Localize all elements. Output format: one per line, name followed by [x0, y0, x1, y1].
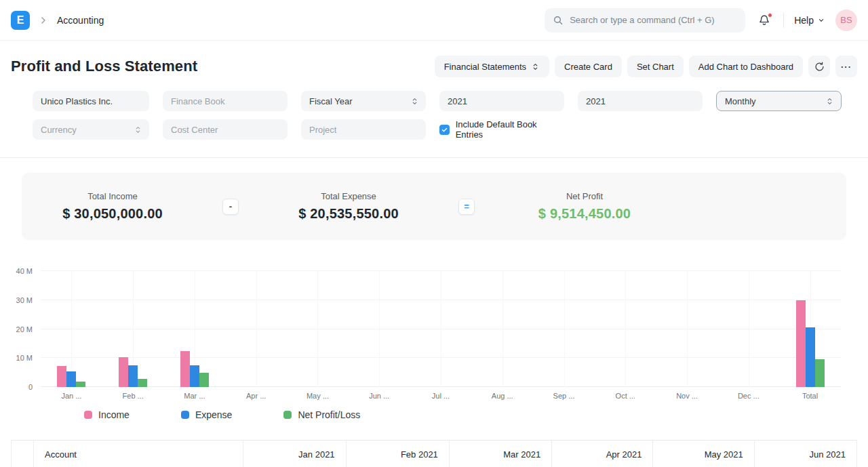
include-default-book-entries-checkbox[interactable]: Include Default Book Entries — [439, 119, 564, 140]
company-filter-input[interactable] — [33, 91, 149, 111]
breadcrumb-accounting[interactable]: Accounting — [57, 15, 104, 26]
bar-group-may — [287, 271, 349, 387]
bar-expense-jan[interactable] — [66, 371, 76, 388]
chart-plot-area: 010 M20 M30 M40 M — [41, 271, 841, 387]
search-input[interactable] — [570, 15, 737, 25]
cost-center-filter-input[interactable] — [163, 119, 288, 140]
bar-net-profit-loss-feb[interactable] — [138, 379, 147, 387]
chevron-right-icon — [38, 15, 49, 26]
x-axis-label: Aug ... — [471, 392, 533, 400]
to-fiscal-year-input[interactable] — [578, 91, 703, 111]
bar-income-total[interactable] — [796, 300, 806, 387]
x-axis-label: Sep ... — [533, 392, 595, 400]
project-filter-input[interactable] — [301, 119, 426, 140]
help-menu[interactable]: Help — [794, 15, 825, 26]
legend-dot — [283, 411, 292, 419]
refresh-icon — [814, 62, 825, 72]
refresh-button[interactable] — [808, 56, 830, 77]
bar-income-feb[interactable] — [119, 357, 128, 387]
legend-item-expense: Expense — [181, 409, 232, 420]
bar-group-jun — [349, 271, 410, 387]
net-profit-value: $ 9,514,450.00 — [494, 206, 675, 222]
bar-income-mar[interactable] — [180, 351, 190, 387]
bar-group-total — [779, 271, 841, 387]
column-header-mar-2021[interactable]: Mar 2021 — [450, 441, 552, 467]
add-chart-to-dashboard-button[interactable]: Add Chart to Dashboard — [689, 56, 803, 77]
avatar[interactable]: BS — [835, 9, 857, 31]
bar-income-jan[interactable] — [57, 366, 66, 387]
ellipsis-icon: ··· — [841, 62, 852, 72]
bar-group-dec — [717, 271, 779, 387]
bar-net-profit-loss-total[interactable] — [815, 359, 825, 387]
x-axis-label: Nov ... — [656, 392, 718, 400]
y-axis-label: 0 — [28, 383, 33, 391]
y-axis-label: 40 M — [16, 267, 33, 275]
net-profit-label: Net Profit — [494, 191, 675, 201]
menu-button[interactable]: ··· — [835, 56, 857, 77]
report-table-header: AccountJan 2021Feb 2021Mar 2021Apr 2021M… — [11, 440, 857, 467]
bar-expense-feb[interactable] — [128, 365, 138, 387]
period-basis-select[interactable]: Fiscal Year — [301, 91, 426, 111]
periodicity-select[interactable]: Monthly — [716, 91, 842, 111]
navbar-divider — [783, 13, 784, 28]
legend-label: Net Profit/Loss — [298, 409, 360, 420]
column-header-feb-2021[interactable]: Feb 2021 — [347, 441, 450, 467]
net-profit-card: Net Profit $ 9,514,450.00 — [494, 191, 675, 222]
include-default-book-entries-label: Include Default Book Entries — [456, 119, 564, 140]
notifications-button[interactable] — [755, 12, 773, 28]
currency-value: Currency — [41, 125, 77, 135]
column-header-may-2021[interactable]: May 2021 — [653, 441, 754, 467]
bar-net-profit-loss-jan[interactable] — [76, 382, 85, 387]
report-select-label: Financial Statements — [444, 62, 526, 72]
legend-item-income: Income — [84, 409, 130, 420]
x-axis-label: Jan ... — [41, 392, 102, 400]
bar-group-jul — [410, 271, 472, 387]
minus-icon: - — [222, 199, 239, 215]
navbar-right: Help BS — [545, 8, 857, 33]
bar-group-aug — [471, 271, 533, 387]
column-header-account[interactable]: Account — [34, 441, 243, 467]
select-arrows-icon — [134, 125, 142, 134]
total-income-label: Total Income — [22, 191, 203, 201]
total-income-card: Total Income $ 30,050,000.00 — [22, 191, 203, 222]
app-logo-icon[interactable]: E — [11, 11, 30, 30]
x-axis-label: Dec ... — [717, 392, 779, 400]
y-axis-label: 20 M — [16, 325, 33, 333]
x-axis-label: Feb ... — [102, 392, 164, 400]
bar-group-jan — [41, 271, 102, 387]
bar-net-profit-loss-mar[interactable] — [199, 373, 209, 387]
page-head: Profit and Loss Statement Financial Stat… — [0, 41, 868, 89]
help-label: Help — [794, 15, 814, 26]
x-axis-label: Oct ... — [595, 392, 656, 400]
x-axis-label: Total — [779, 392, 841, 400]
total-expense-value: $ 20,535,550.00 — [258, 206, 439, 222]
column-header-jan-2021[interactable]: Jan 2021 — [243, 441, 346, 467]
select-arrows-icon — [531, 62, 540, 71]
total-income-value: $ 30,050,000.00 — [22, 206, 203, 222]
x-axis-label: Jul ... — [410, 392, 472, 400]
bar-expense-total[interactable] — [806, 327, 815, 387]
legend-dot — [84, 411, 92, 419]
column-header-index[interactable] — [12, 441, 34, 467]
column-header-apr-2021[interactable]: Apr 2021 — [552, 441, 653, 467]
set-chart-button[interactable]: Set Chart — [627, 56, 684, 77]
bar-expense-mar[interactable] — [190, 365, 199, 387]
navbar: E Accounting Help — [0, 0, 868, 41]
select-arrows-icon — [410, 97, 419, 106]
column-header-jun-2021[interactable]: Jun 2021 — [755, 441, 857, 467]
report-select-button[interactable]: Financial Statements — [435, 56, 549, 77]
y-axis-label: 30 M — [16, 296, 33, 304]
currency-select[interactable]: Currency — [33, 119, 149, 140]
finance-book-filter-input[interactable] — [163, 91, 288, 111]
create-card-button[interactable]: Create Card — [555, 56, 622, 77]
filters-section: Fiscal Year Monthly Currency — [0, 89, 868, 158]
global-search[interactable] — [545, 8, 745, 33]
bar-group-feb — [102, 271, 164, 387]
from-fiscal-year-input[interactable] — [439, 91, 564, 111]
chevron-down-icon — [817, 16, 825, 24]
bar-group-nov — [656, 271, 718, 387]
summary-card: Total Income $ 30,050,000.00 - Total Exp… — [22, 173, 846, 240]
profit-loss-chart: 010 M20 M30 M40 M Jan ...Feb ...Mar ...A… — [41, 271, 841, 420]
page-title: Profit and Loss Statement — [11, 58, 197, 75]
bar-group-sep — [533, 271, 595, 387]
